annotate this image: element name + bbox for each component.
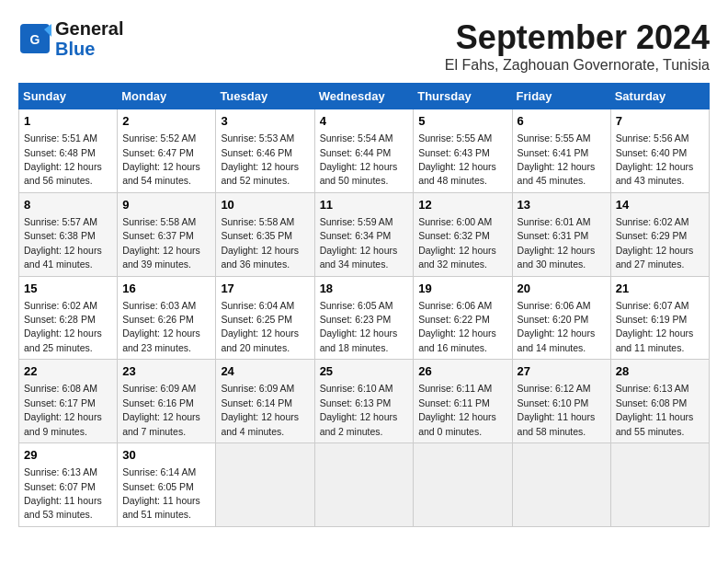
day-info: Sunrise: 6:09 AMSunset: 6:16 PMDaylight:… — [122, 383, 200, 436]
calendar-cell: 6Sunrise: 5:55 AMSunset: 6:41 PMDaylight… — [512, 109, 610, 193]
calendar-cell: 20Sunrise: 6:06 AMSunset: 6:20 PMDayligh… — [512, 276, 610, 360]
day-info: Sunrise: 5:57 AMSunset: 6:38 PMDaylight:… — [24, 216, 102, 270]
day-info: Sunrise: 6:06 AMSunset: 6:22 PMDaylight:… — [418, 300, 496, 353]
calendar-cell — [216, 443, 314, 527]
day-number: 25 — [320, 363, 409, 380]
day-number: 18 — [320, 281, 409, 297]
day-number: 16 — [122, 281, 210, 297]
day-number: 22 — [24, 363, 112, 380]
day-number: 21 — [616, 281, 704, 297]
day-info: Sunrise: 6:02 AMSunset: 6:29 PMDaylight:… — [616, 216, 694, 270]
day-info: Sunrise: 6:05 AMSunset: 6:23 PMDaylight:… — [320, 300, 398, 353]
page-header: G General Blue September 2024 El Fahs, Z… — [18, 18, 710, 74]
calendar-cell: 7Sunrise: 5:56 AMSunset: 6:40 PMDaylight… — [610, 109, 709, 193]
day-info: Sunrise: 6:13 AMSunset: 6:07 PMDaylight:… — [24, 466, 102, 520]
col-wednesday: Wednesday — [314, 84, 414, 109]
calendar-cell: 26Sunrise: 6:11 AMSunset: 6:11 PMDayligh… — [414, 360, 512, 443]
calendar-header-row: Sunday Monday Tuesday Wednesday Thursday… — [19, 84, 710, 109]
calendar-cell: 12Sunrise: 6:00 AMSunset: 6:32 PMDayligh… — [414, 192, 512, 276]
calendar-cell: 22Sunrise: 6:08 AMSunset: 6:17 PMDayligh… — [19, 360, 118, 443]
day-info: Sunrise: 5:52 AMSunset: 6:47 PMDaylight:… — [122, 132, 200, 186]
day-number: 6 — [518, 113, 606, 130]
col-thursday: Thursday — [414, 84, 512, 109]
day-number: 1 — [24, 113, 112, 130]
day-number: 17 — [221, 281, 309, 297]
day-number: 26 — [418, 363, 506, 380]
logo: G General Blue — [18, 18, 123, 59]
calendar-cell: 14Sunrise: 6:02 AMSunset: 6:29 PMDayligh… — [610, 192, 709, 276]
calendar-cell — [314, 443, 414, 527]
calendar-cell: 15Sunrise: 6:02 AMSunset: 6:28 PMDayligh… — [19, 276, 118, 360]
day-number: 30 — [122, 447, 210, 464]
day-number: 29 — [24, 447, 112, 464]
calendar-week-row: 22Sunrise: 6:08 AMSunset: 6:17 PMDayligh… — [19, 360, 710, 443]
col-friday: Friday — [512, 84, 610, 109]
calendar-cell: 27Sunrise: 6:12 AMSunset: 6:10 PMDayligh… — [512, 360, 610, 443]
calendar-cell: 8Sunrise: 5:57 AMSunset: 6:38 PMDaylight… — [19, 192, 118, 276]
calendar-cell: 10Sunrise: 5:58 AMSunset: 6:35 PMDayligh… — [216, 192, 314, 276]
day-info: Sunrise: 5:55 AMSunset: 6:43 PMDaylight:… — [418, 132, 496, 186]
day-info: Sunrise: 6:02 AMSunset: 6:28 PMDaylight:… — [24, 300, 102, 353]
day-number: 3 — [221, 113, 309, 130]
day-info: Sunrise: 6:04 AMSunset: 6:25 PMDaylight:… — [221, 300, 299, 353]
calendar-cell: 18Sunrise: 6:05 AMSunset: 6:23 PMDayligh… — [314, 276, 414, 360]
calendar-cell — [610, 443, 709, 527]
day-info: Sunrise: 6:01 AMSunset: 6:31 PMDaylight:… — [518, 216, 596, 270]
col-saturday: Saturday — [610, 84, 709, 109]
day-info: Sunrise: 5:58 AMSunset: 6:37 PMDaylight:… — [122, 216, 200, 270]
calendar-cell: 21Sunrise: 6:07 AMSunset: 6:19 PMDayligh… — [610, 276, 709, 360]
day-info: Sunrise: 6:06 AMSunset: 6:20 PMDaylight:… — [518, 300, 596, 353]
day-info: Sunrise: 5:59 AMSunset: 6:34 PMDaylight:… — [320, 216, 398, 270]
calendar-week-row: 1Sunrise: 5:51 AMSunset: 6:48 PMDaylight… — [19, 109, 710, 193]
col-tuesday: Tuesday — [216, 84, 314, 109]
calendar-cell: 11Sunrise: 5:59 AMSunset: 6:34 PMDayligh… — [314, 192, 414, 276]
day-number: 11 — [320, 197, 409, 213]
day-info: Sunrise: 6:09 AMSunset: 6:14 PMDaylight:… — [221, 383, 299, 436]
day-number: 23 — [122, 363, 210, 380]
day-info: Sunrise: 6:13 AMSunset: 6:08 PMDaylight:… — [616, 383, 694, 436]
day-number: 8 — [24, 197, 112, 213]
day-info: Sunrise: 6:07 AMSunset: 6:19 PMDaylight:… — [616, 300, 694, 353]
logo-icon: G — [18, 22, 51, 55]
day-info: Sunrise: 5:51 AMSunset: 6:48 PMDaylight:… — [24, 132, 102, 186]
day-number: 24 — [221, 363, 309, 380]
month-title: September 2024 — [445, 18, 710, 57]
day-number: 27 — [518, 363, 606, 380]
title-block: September 2024 El Fahs, Zaghouan Governo… — [445, 18, 710, 74]
day-number: 20 — [518, 281, 606, 297]
calendar-cell — [512, 443, 610, 527]
day-info: Sunrise: 5:58 AMSunset: 6:35 PMDaylight:… — [221, 216, 299, 270]
calendar-week-row: 15Sunrise: 6:02 AMSunset: 6:28 PMDayligh… — [19, 276, 710, 360]
calendar-cell: 24Sunrise: 6:09 AMSunset: 6:14 PMDayligh… — [216, 360, 314, 443]
day-info: Sunrise: 6:00 AMSunset: 6:32 PMDaylight:… — [418, 216, 496, 270]
calendar-cell: 28Sunrise: 6:13 AMSunset: 6:08 PMDayligh… — [610, 360, 709, 443]
calendar-cell: 19Sunrise: 6:06 AMSunset: 6:22 PMDayligh… — [414, 276, 512, 360]
calendar-cell: 1Sunrise: 5:51 AMSunset: 6:48 PMDaylight… — [19, 109, 118, 193]
calendar-cell: 17Sunrise: 6:04 AMSunset: 6:25 PMDayligh… — [216, 276, 314, 360]
col-monday: Monday — [118, 84, 216, 109]
day-info: Sunrise: 5:53 AMSunset: 6:46 PMDaylight:… — [221, 132, 299, 186]
day-number: 14 — [616, 197, 704, 213]
calendar-cell: 23Sunrise: 6:09 AMSunset: 6:16 PMDayligh… — [118, 360, 216, 443]
calendar-cell: 2Sunrise: 5:52 AMSunset: 6:47 PMDaylight… — [118, 109, 216, 193]
day-number: 4 — [320, 113, 409, 130]
day-number: 10 — [221, 197, 309, 213]
calendar-week-row: 29Sunrise: 6:13 AMSunset: 6:07 PMDayligh… — [19, 443, 710, 527]
calendar-cell: 16Sunrise: 6:03 AMSunset: 6:26 PMDayligh… — [118, 276, 216, 360]
svg-text:G: G — [30, 32, 40, 47]
calendar-cell: 13Sunrise: 6:01 AMSunset: 6:31 PMDayligh… — [512, 192, 610, 276]
logo-text-blue: Blue — [55, 39, 123, 59]
day-number: 9 — [122, 197, 210, 213]
logo-text-general: General — [55, 18, 123, 39]
day-info: Sunrise: 6:08 AMSunset: 6:17 PMDaylight:… — [24, 383, 102, 436]
day-info: Sunrise: 6:03 AMSunset: 6:26 PMDaylight:… — [122, 300, 200, 353]
col-sunday: Sunday — [19, 84, 118, 109]
day-number: 13 — [518, 197, 606, 213]
calendar-cell: 25Sunrise: 6:10 AMSunset: 6:13 PMDayligh… — [314, 360, 414, 443]
calendar-cell: 30Sunrise: 6:14 AMSunset: 6:05 PMDayligh… — [118, 443, 216, 527]
calendar-cell: 5Sunrise: 5:55 AMSunset: 6:43 PMDaylight… — [414, 109, 512, 193]
day-number: 15 — [24, 281, 112, 297]
day-info: Sunrise: 6:11 AMSunset: 6:11 PMDaylight:… — [418, 383, 496, 436]
day-info: Sunrise: 6:10 AMSunset: 6:13 PMDaylight:… — [320, 383, 398, 436]
calendar-cell: 4Sunrise: 5:54 AMSunset: 6:44 PMDaylight… — [314, 109, 414, 193]
